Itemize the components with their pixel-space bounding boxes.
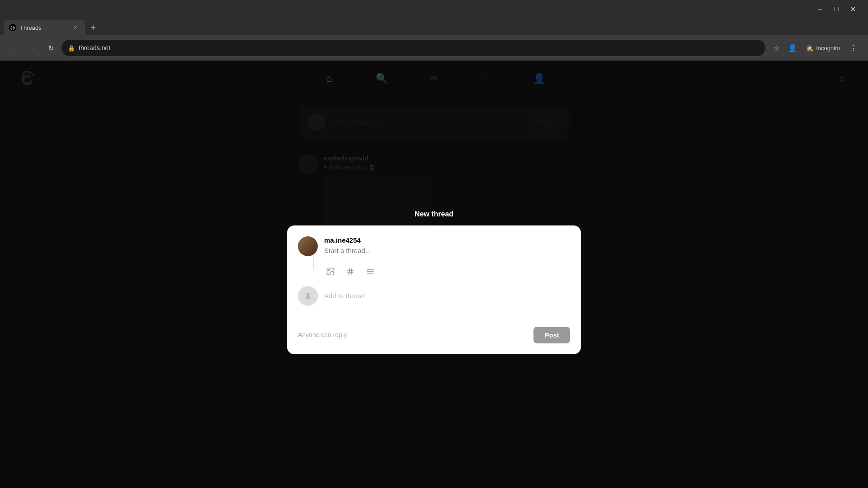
maximize-button[interactable]: □ bbox=[830, 3, 843, 15]
modal-user-info: ma.ine4254 bbox=[324, 236, 570, 254]
active-tab[interactable]: @ Threads × bbox=[4, 20, 85, 35]
hashtag-icon[interactable] bbox=[344, 265, 357, 278]
navigation-bar: ← → ↻ 🔒 threads.net ☆ 👤 🕵 Incognito ⋮ bbox=[0, 35, 868, 61]
minimize-button[interactable]: – bbox=[814, 3, 826, 15]
add-thread-avatar bbox=[298, 286, 318, 306]
svg-line-5 bbox=[351, 268, 352, 275]
incognito-icon: 🕵 bbox=[806, 45, 813, 52]
add-thread-row: Add to thread bbox=[298, 282, 570, 310]
svg-line-4 bbox=[349, 268, 350, 275]
window-controls: – □ ✕ bbox=[814, 3, 859, 15]
thread-text-input[interactable] bbox=[324, 247, 570, 254]
post-button[interactable]: Post bbox=[533, 327, 570, 343]
reply-setting-text[interactable]: Anyone can reply bbox=[298, 331, 347, 338]
lock-icon: 🔒 bbox=[68, 45, 75, 52]
svg-point-9 bbox=[306, 292, 309, 296]
tabs-bar: @ Threads × + bbox=[0, 18, 868, 35]
menu-button[interactable]: ⋮ bbox=[846, 41, 861, 55]
modal-username: ma.ine4254 bbox=[324, 236, 570, 244]
reload-button[interactable]: ↻ bbox=[43, 41, 58, 55]
incognito-button[interactable]: 🕵 Incognito bbox=[802, 43, 844, 53]
back-button[interactable]: ← bbox=[7, 41, 22, 55]
add-to-thread-text[interactable]: Add to thread bbox=[324, 292, 365, 300]
tab-title: Threads bbox=[20, 24, 68, 31]
url-text: threads.net bbox=[79, 44, 759, 52]
image-attach-icon[interactable] bbox=[324, 265, 337, 278]
modal-user-row: ma.ine4254 bbox=[298, 236, 570, 262]
browser-chrome: – □ ✕ bbox=[0, 0, 868, 18]
new-thread-modal: ma.ine4254 bbox=[287, 225, 581, 354]
modal-user-avatar bbox=[298, 236, 318, 256]
bookmark-button[interactable]: ☆ bbox=[769, 41, 783, 55]
profile-button[interactable]: 👤 bbox=[785, 41, 800, 55]
title-bar: – □ ✕ bbox=[0, 0, 868, 18]
forward-button[interactable]: → bbox=[25, 41, 40, 55]
modal-footer: Anyone can reply Post bbox=[298, 319, 570, 343]
list-icon[interactable] bbox=[364, 265, 377, 278]
svg-point-1 bbox=[329, 269, 330, 271]
modal-backdrop: New thread ma.ine4254 bbox=[0, 61, 868, 488]
close-button[interactable]: ✕ bbox=[846, 3, 859, 15]
modal-toolbar bbox=[324, 262, 570, 282]
incognito-label: Incognito bbox=[816, 45, 840, 52]
tab-close-button[interactable]: × bbox=[71, 23, 80, 32]
address-bar[interactable]: 🔒 threads.net bbox=[61, 40, 765, 56]
new-tab-button[interactable]: + bbox=[87, 21, 99, 34]
modal-input-area bbox=[324, 247, 570, 254]
modal-title: New thread bbox=[415, 210, 453, 218]
nav-right-buttons: ☆ 👤 🕵 Incognito ⋮ bbox=[769, 41, 861, 55]
page-content: ⌂ 🔍 ✏ ♡ 👤 ≡ Start a thread... Post mydar… bbox=[0, 61, 868, 488]
tab-favicon: @ bbox=[9, 24, 16, 31]
